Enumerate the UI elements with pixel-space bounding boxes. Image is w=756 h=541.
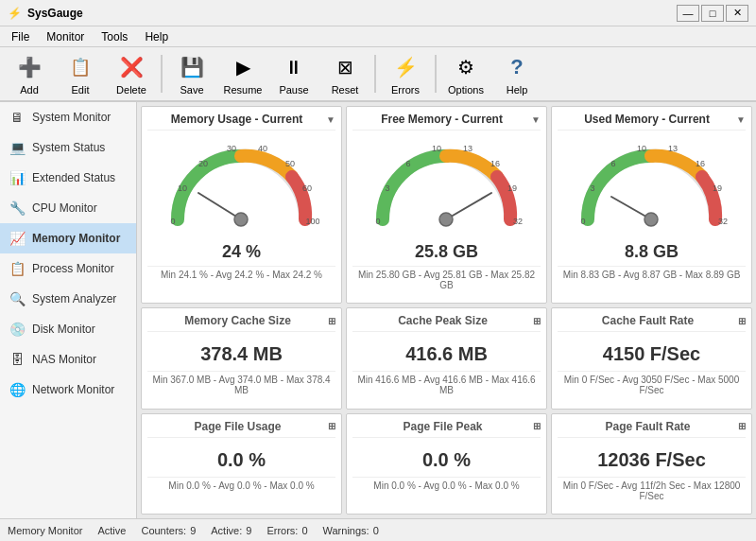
metric-stats-cache-peak-size: Min 416.6 MB - Avg 416.6 MB - Max 416.6 … [352,371,541,395]
sidebar-item-disk-monitor[interactable]: 💿 Disk Monitor [0,314,136,344]
network-monitor-icon: 🌐 [8,380,26,399]
save-button[interactable]: 💾 Save [168,50,215,97]
toolbar-sep-3 [435,55,437,93]
gauge-visual-memory-usage: 0 10 20 30 40 50 60 100 [147,134,335,238]
gauge-title-memory-usage: Memory Usage - Current [147,113,326,126]
help-button[interactable]: ? Help [493,50,541,97]
svg-text:16: 16 [490,159,500,168]
resume-icon: ▶ [228,52,258,82]
expand-icon-cache-peak[interactable]: ⊞ [533,316,541,326]
status-warnings-value: 0 [373,525,379,536]
expand-icon-cache-fault[interactable]: ⊞ [738,316,746,326]
errors-label: Errors [391,84,420,96]
pause-button[interactable]: ⏸ Pause [270,50,318,97]
gauge-header-memory-usage: Memory Usage - Current ▼ [147,113,335,131]
sidebar-item-extended-status[interactable]: 📊 Extended Status [0,163,136,193]
sidebar-label-cpu-monitor: CPU Monitor [32,201,97,215]
main-area: 🖥 System Monitor 💻 System Status 📊 Exten… [0,102,756,518]
metric-header-cache-peak-size: Cache Peak Size ⊞ [352,314,541,332]
sidebar-item-system-analyzer[interactable]: 🔍 System Analyzer [0,284,136,314]
metric-card-cache-fault-rate: Cache Fault Rate ⊞ 4150 F/Sec Min 0 F/Se… [551,307,752,409]
expand-icon-used-memory[interactable]: ▼ [736,114,746,125]
sidebar-item-process-monitor[interactable]: 📋 Process Monitor [0,253,136,284]
gauge-svg-free-memory: 0 3 6 10 13 16 19 32 [369,134,524,238]
sidebar-item-nas-monitor[interactable]: 🗄 NAS Monitor [0,344,136,375]
status-warnings: Warnings: 0 [323,525,379,536]
gauge-header-used-memory: Used Memory - Current ▼ [558,113,746,131]
gauge-value-memory-usage: 24 % [222,242,261,262]
metric-header-page-file-peak: Page File Peak ⊞ [352,420,541,438]
svg-text:100: 100 [305,217,319,226]
gauge-visual-used-memory: 0 3 6 10 13 16 19 32 [558,134,746,238]
errors-button[interactable]: ⚡ Errors [382,50,429,97]
status-mode: Memory Monitor [8,525,82,536]
metric-card-memory-cache-size: Memory Cache Size ⊞ 378.4 MB Min 367.0 M… [141,307,342,409]
menu-help[interactable]: Help [137,28,176,45]
disk-monitor-icon: 💿 [8,320,26,339]
edit-label: Edit [72,84,90,96]
resume-button[interactable]: ▶ Resume [219,50,266,97]
add-button[interactable]: ➕ Add [6,50,53,97]
gauge-title-used-memory: Used Memory - Current [558,113,736,126]
reset-button[interactable]: ⊠ Reset [321,50,369,97]
toolbar-sep-1 [161,55,163,93]
gauge-svg-used-memory: 0 3 6 10 13 16 19 32 [574,134,730,238]
sidebar-item-memory-monitor[interactable]: 📈 Memory Monitor [0,223,136,253]
metric-card-page-file-peak: Page File Peak ⊞ 0.0 % Min 0.0 % - Avg 0… [346,413,547,515]
metric-stats-memory-cache-size: Min 367.0 MB - Avg 374.0 MB - Max 378.4 … [147,371,335,395]
sidebar-label-system-monitor: System Monitor [32,111,111,124]
svg-text:20: 20 [198,159,208,168]
expand-icon-page-file-usage[interactable]: ⊞ [328,421,335,431]
svg-line-18 [446,193,491,219]
sidebar-label-memory-monitor: Memory Monitor [32,232,120,245]
save-label: Save [180,84,203,96]
reset-icon: ⊠ [330,52,360,82]
sidebar-item-system-monitor[interactable]: 🖥 System Monitor [0,102,136,132]
expand-icon-memory-usage[interactable]: ▼ [326,114,335,125]
expand-icon-free-memory[interactable]: ▼ [531,114,541,125]
menu-tools[interactable]: Tools [94,28,135,45]
add-label: Add [20,84,39,96]
system-monitor-icon: 🖥 [8,108,26,127]
svg-line-8 [198,193,241,219]
sidebar-item-system-status[interactable]: 💻 System Status [0,132,136,163]
expand-icon-memory-cache[interactable]: ⊞ [328,316,335,326]
edit-button[interactable]: 📋 Edit [57,50,104,97]
toolbar: ➕ Add 📋 Edit ❌ Delete 💾 Save ▶ Resume ⏸ … [0,47,756,102]
content-area: Memory Usage - Current ▼ 0 10 20 [137,102,756,518]
metric-title-page-file-peak: Page File Peak [352,420,533,433]
metric-header-memory-cache-size: Memory Cache Size ⊞ [147,314,335,332]
options-label: Options [448,84,484,96]
sidebar-label-system-analyzer: System Analyzer [32,292,116,305]
metric-title-cache-peak-size: Cache Peak Size [352,314,533,327]
status-active-label: Active [97,525,126,536]
metric-value-memory-cache-size: 378.4 MB [200,343,283,365]
metric-card-page-file-usage: Page File Usage ⊞ 0.0 % Min 0.0 % - Avg … [141,413,342,515]
gauge-card-used-memory: Used Memory - Current ▼ 0 3 6 10 13 16 1… [551,106,752,304]
gauge-stats-memory-usage: Min 24.1 % - Avg 24.2 % - Max 24.2 % [147,266,335,280]
reset-label: Reset [332,84,359,96]
sidebar-label-disk-monitor: Disk Monitor [32,323,95,336]
options-button[interactable]: ⚙ Options [442,50,490,97]
memory-monitor-icon: 📈 [8,229,26,248]
svg-text:13: 13 [668,144,678,153]
expand-icon-page-fault[interactable]: ⊞ [738,421,746,431]
svg-text:3: 3 [590,183,594,193]
system-status-icon: 💻 [8,138,26,157]
metric-card-cache-peak-size: Cache Peak Size ⊞ 416.6 MB Min 416.6 MB … [346,307,547,409]
menu-file[interactable]: File [4,28,37,45]
delete-button[interactable]: ❌ Delete [108,50,155,97]
title-bar-controls: — □ ✕ [677,5,748,22]
status-errors-value: 0 [301,525,307,536]
gauge-title-free-memory: Free Memory - Current [352,113,531,126]
expand-icon-page-file-peak[interactable]: ⊞ [533,421,541,431]
sidebar-item-network-monitor[interactable]: 🌐 Network Monitor [0,375,136,405]
menu-monitor[interactable]: Monitor [39,28,92,45]
close-button[interactable]: ✕ [726,5,748,22]
sidebar-item-cpu-monitor[interactable]: 🔧 CPU Monitor [0,193,136,223]
svg-text:16: 16 [696,159,705,168]
minimize-button[interactable]: — [677,5,699,22]
maximize-button[interactable]: □ [701,5,724,22]
svg-point-9 [234,213,248,226]
help-icon: ? [502,52,532,82]
